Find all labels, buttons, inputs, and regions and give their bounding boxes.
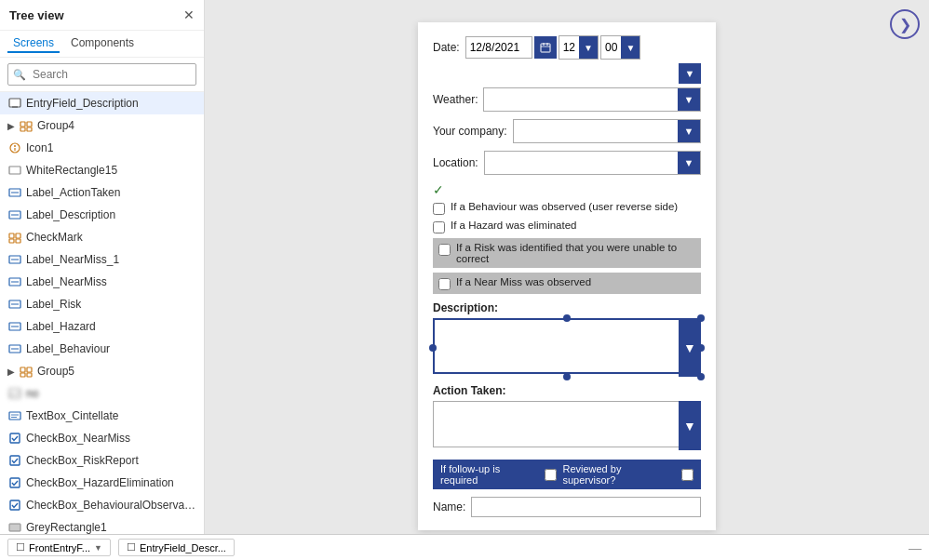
weather-row: Weather: ▼	[433, 87, 701, 112]
checkbox-hazard-label: If a Hazard was eliminated	[451, 220, 577, 231]
checkbox-hazard[interactable]	[433, 221, 445, 233]
reviewed-checkbox[interactable]	[681, 469, 693, 481]
reviewed-label: Reviewed by supervisor?	[562, 463, 676, 486]
name-input[interactable]	[471, 497, 701, 517]
date-input[interactable]	[465, 36, 532, 59]
tab-screens[interactable]: Screens	[7, 34, 60, 53]
sidebar-item-label-risk[interactable]: Label_Risk	[0, 293, 204, 315]
calendar-button[interactable]	[534, 36, 557, 59]
action-dropdown-button[interactable]: ▼	[679, 401, 701, 450]
item-label: no	[26, 387, 198, 400]
svg-rect-38	[10, 478, 20, 487]
sidebar-item-checkbox-riskreport[interactable]: CheckBox_RiskReport	[0, 449, 204, 472]
item-label: Group4	[37, 119, 198, 132]
label-icon	[7, 252, 22, 267]
bottom-tab-front[interactable]: ☐ FrontEntryF... ▼	[7, 539, 111, 556]
svg-rect-16	[9, 239, 14, 243]
svg-rect-29	[27, 367, 32, 372]
checkmark-group-icon	[7, 230, 22, 245]
location-input[interactable]	[485, 152, 678, 174]
label-icon	[7, 341, 22, 356]
bottom-bar: ☐ FrontEntryF... ▼ ☐ EntryField_Descr...…	[0, 534, 929, 560]
tab-components[interactable]: Components	[65, 34, 140, 53]
location-select: ▼	[484, 151, 701, 175]
image-icon	[7, 386, 22, 401]
sidebar-item-checkbox-behavioural[interactable]: CheckBox_BehaviouralObservation	[0, 494, 204, 516]
item-label: TextBox_Cintellate	[26, 409, 198, 422]
item-label: Label_NearMiss_1	[26, 253, 198, 266]
sidebar-item-textbox-cintellate[interactable]: TextBox_Cintellate	[0, 405, 204, 427]
action-textarea[interactable]	[433, 401, 701, 447]
weather-input[interactable]	[484, 88, 678, 111]
svg-rect-0	[9, 99, 20, 107]
company-dropdown-button[interactable]: ▼	[678, 120, 700, 142]
item-label: Label_Hazard	[26, 320, 198, 333]
sidebar-item-label-actiontaken[interactable]: Label_ActionTaken	[0, 181, 204, 204]
drag-handle-top-right[interactable]	[697, 314, 705, 322]
sidebar-item-label-behaviour[interactable]: Label_Behaviour	[0, 338, 204, 360]
item-label: Label_Risk	[26, 298, 198, 311]
risk-row: If a Risk was identified that you were u…	[433, 238, 701, 268]
textbox-icon	[7, 408, 22, 423]
svg-point-7	[14, 145, 16, 147]
checkbox-behaviour[interactable]	[433, 203, 445, 215]
followup-checkbox[interactable]	[545, 469, 557, 481]
search-input[interactable]	[7, 63, 196, 86]
company-input[interactable]	[514, 120, 678, 142]
action-label: Action Taken:	[433, 384, 701, 397]
close-button[interactable]: ✕	[183, 7, 195, 22]
weather-select: ▼	[483, 87, 701, 112]
sidebar-item-group4[interactable]: ▶ Group4	[0, 114, 204, 137]
checkbox-behaviour-label: If a Behaviour was observed (user revers…	[451, 201, 678, 212]
time-select: 12 ▼	[559, 35, 599, 60]
sidebar-item-checkbox-nearmiss[interactable]: CheckBox_NearMiss	[0, 427, 204, 449]
hour-dropdown[interactable]: ▼	[579, 36, 598, 59]
checkbox-icon	[7, 475, 22, 490]
sidebar: Tree view ✕ Screens Components 🔍 EntryFi…	[0, 0, 205, 534]
drag-handle-top[interactable]	[563, 314, 571, 322]
svg-rect-37	[10, 456, 20, 465]
drag-handle-left[interactable]	[429, 344, 437, 352]
nav-next-button[interactable]: ❯	[890, 9, 920, 39]
description-textarea[interactable]	[433, 318, 701, 374]
sidebar-item-label-nearmiss[interactable]: Label_NearMiss	[0, 271, 204, 293]
sidebar-item-whiterectangle15[interactable]: WhiteRectangle15	[0, 159, 204, 181]
sidebar-item-label-description[interactable]: Label_Description	[0, 204, 204, 226]
description-group: ▼	[433, 318, 701, 377]
minute-dropdown[interactable]: ▼	[621, 36, 640, 59]
sidebar-item-checkbox-hazardelimination[interactable]: CheckBox_HazardElimination	[0, 472, 204, 494]
extra-dropdown-btn[interactable]: ▼	[679, 63, 701, 84]
action-group: ▼	[433, 401, 701, 450]
nearmiss-label: If a Near Miss was observed	[456, 276, 591, 287]
risk-label: If a Risk was identified that you were u…	[456, 242, 693, 264]
grey-rectangle-icon	[7, 520, 22, 534]
action-section: Action Taken: ▼	[433, 384, 701, 450]
time-hour: 12	[559, 36, 579, 59]
svg-rect-2	[20, 122, 25, 127]
weather-dropdown-button[interactable]: ▼	[678, 88, 700, 111]
location-dropdown-button[interactable]: ▼	[678, 152, 700, 174]
sidebar-item-label-nearmiss1[interactable]: Label_NearMiss_1	[0, 248, 204, 271]
sidebar-item-blurred[interactable]: no	[0, 382, 204, 405]
checkbox-behaviour-row: If a Behaviour was observed (user revers…	[433, 201, 701, 215]
drag-handle-right[interactable]	[697, 344, 705, 352]
label-icon	[7, 207, 22, 222]
label-icon	[7, 185, 22, 200]
bottom-bar-minus[interactable]: —	[909, 540, 922, 555]
time-minute: 00	[601, 36, 621, 59]
bottom-tab-entryfield[interactable]: ☐ EntryField_Descr...	[118, 539, 235, 556]
checkbox-risk[interactable]	[438, 244, 451, 256]
sidebar-item-group5[interactable]: ▶ Group5	[0, 360, 204, 382]
drag-handle-bottom-right[interactable]	[697, 373, 705, 380]
checkbox-nearmiss[interactable]	[438, 278, 451, 290]
bottom-tab-entryfield-label: EntryField_Descr...	[140, 542, 226, 553]
sidebar-item-icon1[interactable]: Icon1	[0, 137, 204, 159]
sidebar-item-greyrectangle1[interactable]: GreyRectangle1	[0, 516, 204, 534]
svg-rect-39	[10, 500, 20, 510]
location-row: Location: ▼	[433, 151, 701, 175]
sidebar-item-entryfield-description[interactable]: EntryField_Description ⋯	[0, 92, 204, 114]
sidebar-item-label-hazard[interactable]: Label_Hazard	[0, 315, 204, 338]
item-label: Label_ActionTaken	[26, 186, 198, 199]
sidebar-item-checkmark[interactable]: CheckMark	[0, 226, 204, 248]
drag-handle-bottom[interactable]	[563, 373, 571, 380]
